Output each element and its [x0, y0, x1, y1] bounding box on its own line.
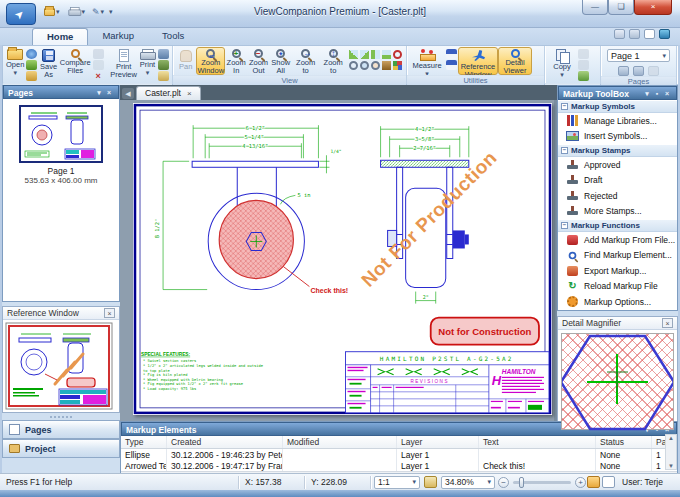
stamp-view-icon[interactable] [382, 61, 391, 70]
svg-text:2 7/16": 2 7/16" [413, 145, 436, 151]
export-markup-item[interactable]: Export Markup... [558, 263, 677, 279]
compare-files-button[interactable]: Compare Files [59, 47, 92, 75]
reference-window-view[interactable] [3, 320, 119, 412]
collapse-icon[interactable]: − [561, 147, 568, 154]
print-markup-button[interactable] [158, 71, 169, 81]
manage-libraries-item[interactable]: Manage Libraries... [558, 113, 677, 129]
stamp-approved-item[interactable]: Approved [558, 157, 677, 173]
open-button[interactable]: Open▾ [5, 47, 25, 75]
zoom-to-height-button[interactable]: ↕ Zoom to Height [319, 47, 347, 75]
zoom-out-button[interactable]: − Zoom Out [247, 47, 269, 75]
reload-markup-file-item[interactable]: ↻ Reload Markup File [558, 279, 677, 295]
maximize-button[interactable]: ❏ [608, 0, 634, 15]
rotate-left-icon[interactable] [349, 50, 358, 59]
page-selector[interactable]: Page 1▾ [607, 49, 670, 62]
tab-home[interactable]: Home [32, 28, 88, 45]
copy-button[interactable]: Copy▾ [547, 47, 577, 75]
add-file-button[interactable] [26, 60, 37, 70]
fit-page-icon[interactable] [424, 476, 437, 488]
zoom-level-selector[interactable]: 34.80%▾ [441, 476, 495, 489]
layers-button[interactable] [446, 49, 457, 59]
measure-button[interactable]: Measure▾ [409, 47, 445, 75]
drawing-canvas[interactable]: 6 1/2" 5 1/4" 4 13/16" 8 1/2" 1/4" [120, 100, 557, 421]
window-style-button[interactable] [629, 29, 640, 39]
print-button[interactable]: Print▾ [138, 47, 157, 75]
page-thumbnail[interactable] [19, 105, 103, 163]
rotate-right-icon[interactable] [360, 50, 369, 59]
pages-panel-close-icon[interactable]: × [104, 86, 114, 98]
section-markup-functions[interactable]: − Markup Functions [558, 219, 677, 232]
scale-selector[interactable]: 1:1▾ [374, 476, 420, 489]
close-button[interactable]: × [634, 0, 672, 15]
goto-button[interactable] [446, 60, 457, 70]
batch-print-button[interactable] [158, 49, 169, 59]
flip-horizontal-icon[interactable] [371, 50, 380, 59]
magnifier-3-icon[interactable] [371, 61, 380, 70]
reference-window-button[interactable]: Reference Window [458, 47, 498, 75]
ruler-mode-icon[interactable] [602, 476, 615, 488]
add-markup-from-file-item[interactable]: Add Markup From File... [558, 232, 677, 248]
section-markup-stamps[interactable]: − Markup Stamps [558, 144, 677, 157]
table-row[interactable]: Arrowed Text 30.12.2006 - 19:47:17 by Fr… [121, 460, 677, 471]
detail-magnifier-close-icon[interactable]: × [662, 318, 673, 328]
document-tab-caster[interactable]: Caster.plt × [136, 86, 201, 100]
stamp-rejected-item[interactable]: Rejected [558, 188, 677, 204]
scroll-up-icon[interactable]: ▲ [668, 435, 674, 441]
reference-window-close-icon[interactable]: × [104, 308, 115, 318]
zoom-in-stepper[interactable]: + [575, 477, 586, 488]
more-stamps-item[interactable]: More Stamps... [558, 204, 677, 220]
toolbox-menu-icon[interactable]: ▾ [642, 87, 652, 99]
magnifier-2-icon[interactable] [360, 61, 369, 70]
save-as-button[interactable]: Save As [38, 47, 58, 75]
collapse-icon[interactable]: − [561, 103, 568, 110]
table-row[interactable]: Ellipse 30.12.2006 - 19:46:23 by Peter L… [121, 449, 677, 460]
detail-viewer-button[interactable]: Detail Viewer [498, 47, 532, 75]
zoom-slider-thumb[interactable] [519, 477, 524, 488]
print-preview-button[interactable]: Print Preview [109, 47, 138, 75]
help-icon[interactable] [659, 29, 670, 39]
no-rotation-icon[interactable] [393, 50, 402, 59]
previous-page-button[interactable] [633, 66, 644, 76]
flip-vertical-icon[interactable] [382, 50, 391, 59]
toolbox-close-icon[interactable]: × [662, 87, 672, 99]
zoom-out-stepper[interactable]: − [498, 477, 509, 488]
tab-close-icon[interactable]: × [187, 87, 192, 100]
zoom-in-button[interactable]: + Zoom In [225, 47, 247, 75]
toolbox-pin-icon[interactable]: ▪ [652, 87, 662, 99]
first-page-button[interactable] [618, 66, 629, 76]
zoom-window-button[interactable]: ▭ Zoom Window [196, 47, 225, 75]
find-icon [569, 251, 577, 259]
print-style-button[interactable] [614, 29, 625, 39]
tab-scroll-left-icon[interactable]: ◀ [122, 88, 134, 99]
edit-extra-button[interactable] [578, 71, 589, 81]
minimize-button[interactable]: — [582, 0, 608, 15]
tab-tools[interactable]: Tools [148, 28, 198, 45]
ribbon-group-utilities: Measure▾ Reference Window Detail Viewer … [407, 46, 545, 84]
zoom-slider[interactable] [513, 481, 571, 484]
vertical-scrollbar[interactable]: ▲ ▼ [665, 434, 677, 470]
section-markup-symbols[interactable]: − Markup Symbols [558, 100, 677, 113]
highlight-mode-icon[interactable] [587, 476, 600, 488]
stamp-draft-item[interactable]: Draft [558, 173, 677, 189]
close-file-button[interactable]: × [93, 71, 104, 81]
insert-symbols-item[interactable]: Insert Symbols... [558, 129, 677, 145]
table-header-row[interactable]: Type Created Modified Layer Text Status … [121, 436, 677, 449]
sidebar-switch-project[interactable]: Project [2, 439, 120, 458]
color-mode-icon[interactable] [393, 61, 402, 70]
print-setup-button[interactable] [158, 60, 169, 70]
zoom-to-width-button[interactable]: ↔ Zoom to Width [292, 47, 320, 75]
tab-markup[interactable]: Markup [88, 28, 148, 45]
file-info-button[interactable] [26, 49, 37, 59]
magnifier-1-icon[interactable] [349, 61, 358, 70]
find-markup-element-item[interactable]: Find Markup Element... [558, 248, 677, 264]
panel-splitter[interactable] [2, 413, 120, 420]
sidebar-switch-pages[interactable]: Pages [2, 420, 120, 439]
show-all-button[interactable]: ✦ Show All [270, 47, 292, 75]
recent-files-button[interactable] [26, 71, 37, 81]
collapse-icon[interactable]: − [561, 222, 568, 229]
document-button[interactable] [644, 29, 655, 39]
pages-panel-menu-icon[interactable]: ▾ [94, 86, 104, 98]
detail-magnifier-view[interactable] [561, 333, 674, 430]
scroll-down-icon[interactable]: ▼ [668, 463, 674, 469]
markup-options-item[interactable]: Markup Options... [558, 294, 677, 310]
